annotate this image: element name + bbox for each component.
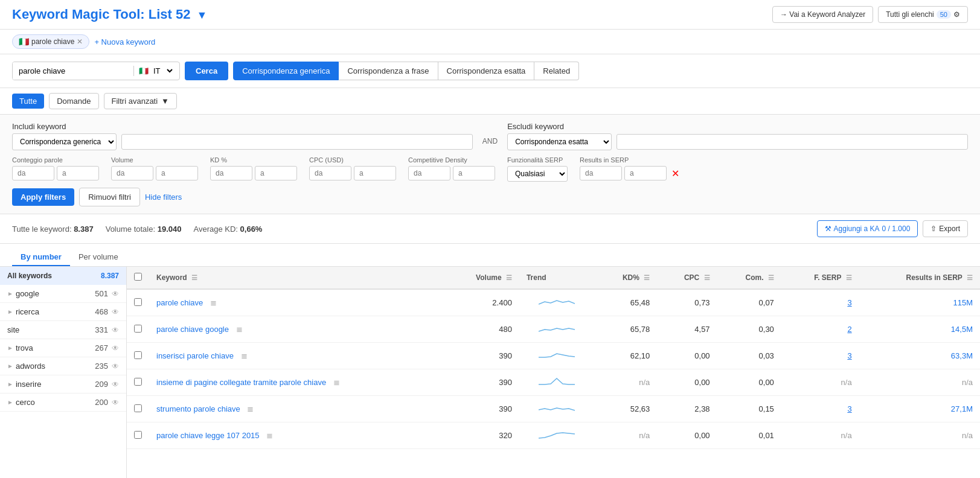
results-filter-icon[interactable]: ☰	[967, 274, 973, 281]
advanced-filters: Includi keyword Corrispondenza generica …	[0, 115, 980, 214]
all-lists-button[interactable]: Tutti gli elenchi 50 ⚙	[878, 6, 968, 23]
volume-da-input[interactable]	[111, 166, 153, 180]
sort-tab-per-volume[interactable]: Per volume	[70, 249, 127, 266]
comp-a-input[interactable]	[453, 166, 495, 180]
sidebar-item-site[interactable]: site 331 👁	[0, 321, 126, 339]
row-checkbox[interactable]	[134, 325, 142, 333]
gear-icon[interactable]: ⚙	[953, 10, 960, 19]
add-to-icon[interactable]: ≣	[236, 325, 243, 334]
new-keyword-button[interactable]: + Nuova keyword	[94, 37, 155, 46]
clear-results-icon[interactable]: ✕	[671, 168, 679, 179]
volume-a-input[interactable]	[156, 166, 198, 180]
eye-icon[interactable]: 👁	[112, 308, 119, 316]
funz-select[interactable]: Qualsiasi	[507, 166, 568, 182]
results-link[interactable]: 63,3M	[951, 351, 973, 360]
cerca-button[interactable]: Cerca	[185, 62, 228, 80]
results-link[interactable]: 115M	[953, 298, 973, 307]
list-chevron[interactable]: ▼	[197, 9, 208, 21]
include-input[interactable]	[121, 134, 473, 150]
tab-corrispondenza-generica[interactable]: Corrispondenza generica	[233, 62, 339, 80]
aggiungi-ka-button[interactable]: ⚒ Aggiungi a KA 0 / 1.000	[817, 220, 918, 237]
sidebar-item-ricerca[interactable]: ► ricerca 468 👁	[0, 303, 126, 321]
conteggio-a-input[interactable]	[57, 166, 99, 180]
add-to-icon[interactable]: ≣	[266, 431, 273, 440]
lists-label: Tutti gli elenchi	[886, 10, 934, 19]
results-da-input[interactable]	[580, 166, 622, 180]
results-cell: n/a	[859, 369, 980, 396]
tab-corrispondenza-frase[interactable]: Corrispondenza a frase	[339, 62, 438, 80]
tutte-button[interactable]: Tutte	[12, 94, 44, 109]
keyword-link[interactable]: strumento parole chiave	[156, 404, 240, 413]
keyword-link[interactable]: insieme di pagine collegate tramite paro…	[156, 378, 326, 387]
cpc-da-input[interactable]	[309, 166, 351, 180]
results-a-input[interactable]	[624, 166, 667, 180]
apply-filters-button[interactable]: Apply filters	[12, 188, 74, 206]
eye-icon[interactable]: 👁	[112, 362, 119, 371]
tab-corrispondenza-esatta[interactable]: Corrispondenza esatta	[438, 62, 535, 80]
exclude-match-select[interactable]: Corrispondenza esatta Corrispondenza gen…	[507, 133, 612, 150]
row-checkbox[interactable]	[134, 298, 142, 306]
sidebar-item-inserire[interactable]: ► inserire 209 👁	[0, 375, 126, 394]
kd-da-input[interactable]	[210, 166, 252, 180]
sidebar-item-cerco-left: ► cerco	[7, 398, 35, 407]
active-tag[interactable]: 🇮🇹 parole chiave ✕	[12, 34, 89, 49]
kd-a-input[interactable]	[255, 166, 297, 180]
goto-keyword-analyzer-button[interactable]: → Vai a Keyword Analyzer	[772, 6, 873, 23]
export-button[interactable]: ⇧ Export	[923, 220, 968, 237]
eye-icon[interactable]: 👁	[112, 380, 119, 389]
tab-related[interactable]: Related	[534, 62, 579, 80]
row-checkbox[interactable]	[134, 378, 142, 386]
conteggio-da-input[interactable]	[12, 166, 54, 180]
keyword-filter-icon[interactable]: ☰	[191, 274, 197, 281]
tab-esatta-label: Corrispondenza esatta	[447, 66, 526, 75]
search-input[interactable]	[13, 62, 133, 80]
hide-filters-button[interactable]: Hide filters	[145, 193, 182, 202]
domande-button[interactable]: Domande	[49, 93, 98, 109]
volume-cell: 480	[444, 316, 519, 343]
sort-tab-by-number[interactable]: By number	[12, 249, 70, 266]
add-to-icon[interactable]: ≣	[247, 404, 254, 413]
tag-close-icon[interactable]: ✕	[77, 37, 83, 46]
eye-icon[interactable]: 👁	[112, 398, 119, 407]
fserp-filter-icon[interactable]: ☰	[846, 274, 852, 281]
filtri-avanzati-button[interactable]: Filtri avanzati ▼	[104, 93, 177, 109]
comp-da-input[interactable]	[408, 166, 450, 180]
sidebar-item-trova[interactable]: ► trova 267 👁	[0, 339, 126, 357]
language-selector[interactable]: 🇮🇹 IT EN DE FR	[133, 66, 179, 76]
fserp-link[interactable]: 3	[847, 404, 851, 413]
add-to-icon[interactable]: ≣	[333, 378, 340, 387]
eye-icon[interactable]: 👁	[112, 344, 119, 352]
com-filter-icon[interactable]: ☰	[768, 274, 774, 281]
trend-cell	[519, 289, 595, 316]
keyword-link[interactable]: inserisci parole chiave	[156, 351, 234, 360]
include-match-select[interactable]: Corrispondenza generica Corrispondenza e…	[12, 133, 117, 150]
lang-select[interactable]: IT EN DE FR	[151, 66, 175, 76]
exclude-input[interactable]	[617, 134, 968, 150]
eye-icon[interactable]: 👁	[112, 326, 119, 334]
fserp-link[interactable]: 3	[847, 298, 851, 307]
row-checkbox[interactable]	[134, 404, 142, 412]
sidebar-item-adwords[interactable]: ► adwords 235 👁	[0, 357, 126, 375]
row-checkbox[interactable]	[134, 431, 142, 439]
select-all-checkbox[interactable]	[134, 273, 142, 281]
cpc-filter-icon[interactable]: ☰	[704, 274, 710, 281]
keyword-link[interactable]: parole chiave legge 107 2015	[156, 431, 260, 440]
results-link[interactable]: 27,1M	[951, 404, 973, 413]
kd-filter-icon[interactable]: ☰	[644, 274, 650, 281]
volume-filter-icon[interactable]: ☰	[506, 274, 512, 281]
cpc-a-input[interactable]	[354, 166, 396, 180]
add-to-icon[interactable]: ≣	[210, 298, 217, 307]
remove-filters-button[interactable]: Rimuovi filtri	[79, 188, 140, 206]
funz-inputs: Qualsiasi	[507, 166, 568, 182]
results-link[interactable]: 14,5M	[951, 325, 973, 334]
row-checkbox[interactable]	[134, 351, 142, 359]
keyword-link[interactable]: parole chiave google	[156, 325, 229, 334]
sidebar-item-google[interactable]: ► google 501 👁	[0, 285, 126, 303]
fserp-link[interactable]: 3	[847, 351, 851, 360]
eye-icon[interactable]: 👁	[112, 290, 119, 298]
add-to-icon[interactable]: ≣	[241, 351, 248, 360]
keyword-link[interactable]: parole chiave	[156, 298, 203, 307]
fserp-link[interactable]: 2	[847, 325, 851, 334]
sidebar-item-site-left: site	[7, 325, 19, 334]
sidebar-item-cerco[interactable]: ► cerco 200 👁	[0, 394, 126, 412]
